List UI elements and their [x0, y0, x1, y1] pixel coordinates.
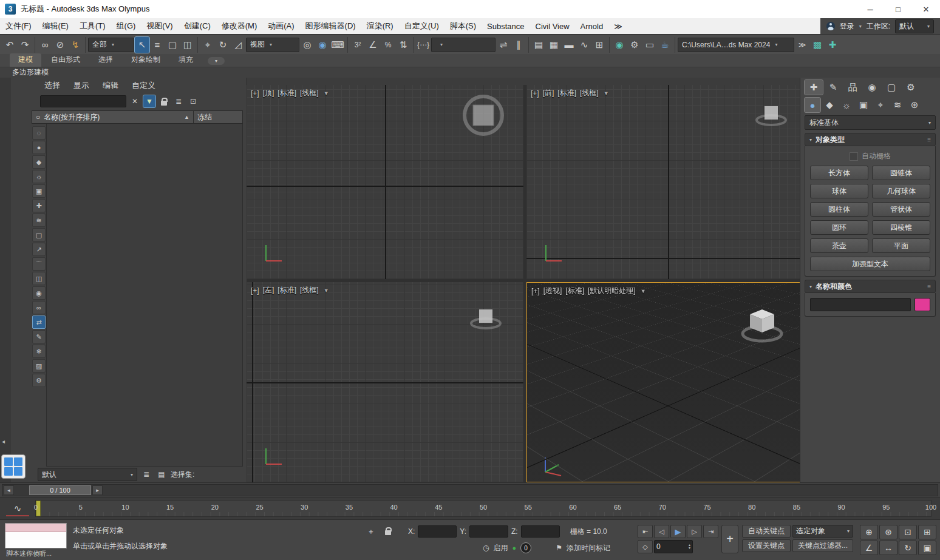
display-frozen-icon[interactable]: ❄	[32, 345, 46, 358]
explorer-menu-edit[interactable]: 编辑	[96, 80, 125, 91]
snap-toggle-icon[interactable]: 3²	[350, 37, 365, 53]
menu-group[interactable]: 组(G)	[111, 18, 141, 34]
ribbon-subtab-polygon-modeling[interactable]: 多边形建模	[7, 67, 53, 78]
cone-button[interactable]: 圆锥体	[872, 166, 930, 180]
menu-file[interactable]: 文件(F)	[0, 18, 37, 34]
minimize-button[interactable]: ─	[856, 0, 884, 18]
textplus-button[interactable]: 加强型文本	[810, 257, 930, 271]
redo-icon[interactable]: ↷	[18, 37, 32, 53]
ribbon-tab-object-paint[interactable]: 对象绘制	[123, 53, 169, 67]
torus-button[interactable]: 圆环	[810, 220, 868, 235]
object-name-input[interactable]	[810, 298, 911, 311]
select-and-manipulate-icon[interactable]: ◉	[315, 37, 330, 53]
ribbon-tab-freeform[interactable]: 自由形式	[43, 53, 89, 67]
object-color-swatch[interactable]	[914, 298, 930, 311]
pick-from-scene-icon[interactable]: ⊡	[187, 95, 199, 107]
viewport-menu-shading[interactable]: [默认明暗处理]	[588, 286, 636, 296]
toggle-layer-explorer-icon[interactable]: ▦	[547, 37, 561, 53]
use-pivot-center-icon[interactable]: ◎	[300, 37, 315, 53]
ribbon-tab-populate[interactable]: 填充	[170, 53, 202, 67]
modify-tab-icon[interactable]: ✎	[824, 80, 842, 95]
explorer-object-list[interactable]	[46, 124, 243, 467]
align-icon[interactable]: ∥	[511, 37, 526, 53]
set-key-button[interactable]: 设置关键点	[742, 539, 791, 552]
menu-substance[interactable]: Substance	[482, 18, 530, 34]
x-coordinate-input[interactable]	[418, 525, 457, 538]
display-tab-icon[interactable]: ▢	[882, 80, 901, 95]
explorer-menu-customize[interactable]: 自定义	[125, 80, 162, 91]
zoom-icon[interactable]: ⊕	[860, 525, 878, 539]
sign-in-label[interactable]: 登录	[840, 21, 854, 32]
angle-snap-icon[interactable]: ∠	[366, 37, 380, 53]
geosphere-button[interactable]: 几何球体	[872, 184, 930, 198]
column-header-name[interactable]: ○ 名称(按升序排序) ▲	[32, 112, 193, 123]
viewport-menu-shading[interactable]: [线框]	[300, 285, 319, 295]
schematic-view-icon[interactable]: ⊞	[592, 37, 607, 53]
set-key-big-button[interactable]: +	[721, 525, 738, 553]
viewport-top[interactable]: [+] [顶] [标准] [线框] ▼	[247, 85, 523, 279]
previous-frame-arrow-icon[interactable]: ◂	[4, 485, 14, 495]
material-editor-icon[interactable]: ◉	[612, 37, 627, 53]
menu-civil-view[interactable]: Civil View	[530, 18, 575, 34]
space-warps-category-icon[interactable]: ≋	[890, 98, 905, 112]
viewport-filter-icon[interactable]: ▼	[604, 90, 609, 96]
selection-lock-icon[interactable]	[381, 525, 395, 537]
lock-explorer-icon[interactable]	[158, 95, 170, 107]
reference-coordinate-dropdown[interactable]: 视图 ▾	[246, 38, 299, 52]
cylinder-button[interactable]: 圆柱体	[810, 202, 868, 217]
curve-editor-icon[interactable]: ∿	[577, 37, 591, 53]
viewport-front[interactable]: [+] [前] [标准] [线框] ▼	[526, 85, 809, 279]
teapot-button[interactable]: 茶壶	[810, 238, 868, 253]
box-button[interactable]: 长方体	[810, 166, 868, 180]
window-crossing-icon[interactable]: ◫	[180, 37, 195, 53]
utilities-tab-icon[interactable]: ⚙	[902, 80, 920, 95]
viewport-menu-general[interactable]: [+]	[531, 89, 539, 98]
absolute-mode-icon[interactable]: ⌖	[364, 526, 378, 538]
select-by-name-icon[interactable]: ≡	[150, 37, 165, 53]
next-frame-button[interactable]: ▷	[687, 525, 702, 538]
explorer-search-input[interactable]	[40, 95, 126, 107]
column-header-frozen[interactable]: 冻结	[193, 111, 242, 123]
edit-named-selections-icon[interactable]: ≣	[140, 468, 152, 481]
enable-label[interactable]: 启用	[493, 543, 508, 553]
time-slider-track[interactable]: ◂ 0 / 100 ▸	[2, 484, 938, 496]
view-cube-gizmo[interactable]	[469, 305, 503, 331]
spinner-down-icon[interactable]: ▾	[689, 547, 690, 550]
explorer-menu-select[interactable]: 选择	[38, 80, 67, 91]
viewport-menu-pov[interactable]: [前]	[543, 88, 554, 98]
play-button[interactable]: ▶	[670, 525, 686, 538]
configure-columns-icon[interactable]: ≣	[172, 95, 185, 107]
ribbon-tab-selection[interactable]: 选择	[90, 53, 121, 67]
edit-named-selection-icon[interactable]: {⋯}	[416, 37, 431, 53]
select-and-scale-icon[interactable]: ◿	[231, 37, 245, 53]
workspace-dropdown[interactable]: 默认 ▾	[895, 19, 934, 33]
viewport-menu-pov[interactable]: [顶]	[263, 88, 274, 98]
select-and-move-icon[interactable]: ⌖	[200, 37, 215, 53]
mini-curve-editor-icon[interactable]: ∿	[6, 502, 29, 516]
zoom-all-icon[interactable]: ⊛	[879, 525, 897, 539]
close-button[interactable]: ✕	[912, 0, 940, 18]
select-and-link-icon[interactable]: ∞	[38, 37, 52, 53]
sphere-button[interactable]: 球体	[810, 184, 868, 198]
render-setup-icon[interactable]: ⚙	[627, 37, 642, 53]
maxscript-mini-listener[interactable]	[5, 523, 67, 548]
menu-animation[interactable]: 动画(A)	[262, 18, 299, 34]
viewport-menu-standard[interactable]: [标准]	[565, 286, 584, 296]
display-cameras-icon[interactable]: ▣	[32, 184, 46, 198]
display-bones-icon[interactable]: ⌒	[32, 257, 46, 271]
lights-category-icon[interactable]: ☼	[839, 98, 854, 112]
motion-tab-icon[interactable]: ◉	[863, 80, 881, 95]
menu-arnold[interactable]: Arnold	[575, 18, 609, 34]
field-of-view-icon[interactable]: ∠	[860, 541, 878, 555]
tube-button[interactable]: 管状体	[872, 202, 930, 217]
named-selection-dropdown[interactable]: ▾	[431, 38, 496, 52]
viewport-menu-shading[interactable]: [线框]	[580, 88, 599, 98]
previous-frame-button[interactable]: ◁	[654, 525, 669, 538]
geometry-category-icon[interactable]: ●	[805, 98, 820, 112]
cameras-category-icon[interactable]: ▣	[856, 98, 871, 112]
project-folder-dropdown[interactable]: C:\Users\LA…ds Max 2024 ▾	[678, 38, 794, 52]
macro-recorder-area[interactable]	[5, 524, 66, 532]
selection-filter-dropdown[interactable]: 全部 ▾	[88, 38, 134, 52]
frame-spinner[interactable]: ▴ ▾	[689, 544, 690, 550]
sync-selection-icon[interactable]: ⇄	[32, 315, 46, 329]
